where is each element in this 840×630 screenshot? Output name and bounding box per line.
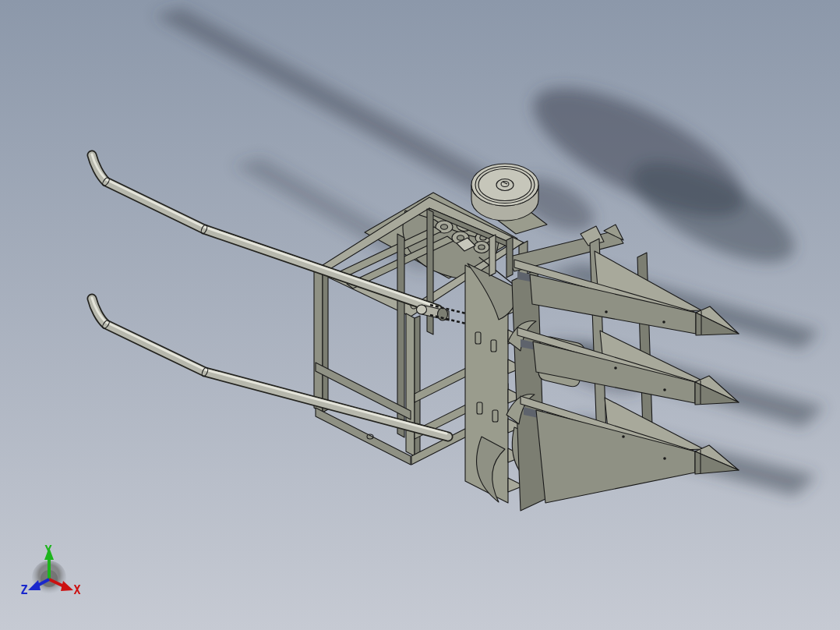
cad-viewport[interactable]: Y X Z: [0, 0, 840, 630]
model-canvas: Y X Z: [0, 0, 840, 630]
y-axis-label: Y: [44, 543, 51, 557]
z-axis-label: Z: [20, 583, 27, 597]
handlebar-lower: [92, 298, 448, 437]
x-axis-label: X: [73, 583, 80, 597]
axis-triad: Y X Z: [20, 543, 80, 597]
